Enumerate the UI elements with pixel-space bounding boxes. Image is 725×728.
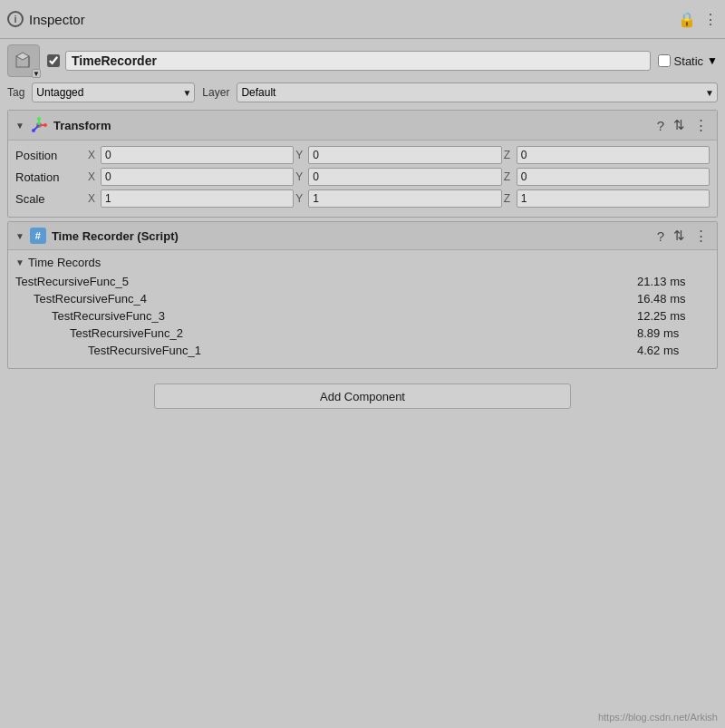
timerecorder-menu-btn[interactable]: ⋮: [692, 228, 710, 244]
go-name-input[interactable]: [65, 51, 651, 71]
time-record-name: TestRecursiveFunc_2: [70, 326, 183, 340]
scale-label: Scale: [15, 192, 88, 206]
time-record-name: TestRecursiveFunc_4: [34, 292, 147, 306]
scale-y-item: Y: [295, 189, 501, 208]
static-dropdown-btn[interactable]: ▼: [707, 54, 718, 67]
rotation-y-label: Y: [295, 170, 308, 183]
static-label: Static: [674, 54, 704, 68]
rotation-z-item: Z: [504, 168, 710, 186]
timerecorder-header: ▼ # Time Recorder (Script) ? ⇅ ⋮: [8, 222, 717, 250]
time-records-title: Time Records: [28, 256, 101, 269]
rotation-z-input[interactable]: [517, 168, 710, 186]
scale-y-input[interactable]: [308, 189, 501, 208]
position-axis-group: X Y Z: [88, 146, 710, 164]
time-record-row: TestRecursiveFunc_416.48 ms: [15, 290, 710, 307]
transform-menu-btn[interactable]: ⋮: [692, 117, 710, 133]
transform-header: ▼ Transform ? ⇅ ⋮: [8, 111, 717, 141]
time-record-row: TestRecursiveFunc_28.89 ms: [15, 325, 710, 342]
inspector-body: ▼ Static ▼ Tag Untagged ▼ Layer Default …: [0, 39, 725, 425]
timerecorder-collapse-arrow[interactable]: ▼: [15, 231, 24, 241]
position-y-label: Y: [295, 149, 308, 161]
cube-dropdown-arrow[interactable]: ▼: [32, 69, 41, 78]
rotation-axis-group: X Y Z: [88, 168, 710, 186]
timerecorder-help-btn[interactable]: ?: [655, 228, 666, 244]
time-record-row: TestRecursiveFunc_521.13 ms: [15, 273, 710, 290]
position-z-item: Z: [504, 146, 710, 164]
time-record-row: TestRecursiveFunc_312.25 ms: [15, 307, 710, 325]
scale-z-item: Z: [504, 189, 710, 208]
scale-x-input[interactable]: [101, 189, 294, 208]
scale-x-label: X: [88, 192, 101, 205]
position-row: Position X Y Z: [15, 146, 710, 164]
position-label: Position: [15, 149, 88, 162]
scale-x-item: X: [88, 189, 294, 208]
rotation-x-label: X: [88, 170, 101, 183]
layer-label: Layer: [202, 86, 229, 99]
transform-component: ▼ Transform ? ⇅ ⋮: [7, 110, 718, 218]
timerecorder-component: ▼ # Time Recorder (Script) ? ⇅ ⋮ ▼ Time …: [7, 221, 718, 369]
rotation-y-input[interactable]: [308, 168, 501, 186]
gameobject-cube-icon: ▼: [7, 44, 40, 77]
rotation-x-input[interactable]: [101, 168, 294, 186]
transform-actions: ? ⇅ ⋮: [655, 117, 710, 133]
position-y-input[interactable]: [308, 146, 501, 164]
transform-collapse-arrow[interactable]: ▼: [15, 121, 24, 131]
title-text: Inspector: [29, 12, 85, 27]
timerecorder-actions: ? ⇅ ⋮: [655, 228, 710, 244]
gameobject-header: ▼ Static ▼: [7, 44, 718, 77]
scale-row: Scale X Y Z: [15, 189, 710, 208]
script-icon: #: [30, 228, 46, 244]
timerecorder-settings-btn[interactable]: ⇅: [672, 228, 687, 244]
transform-help-btn[interactable]: ?: [655, 118, 666, 133]
position-z-input[interactable]: [517, 146, 710, 164]
time-records-collapse-arrow[interactable]: ▼: [15, 257, 24, 267]
inspector-icon: i: [7, 11, 24, 27]
static-checkbox[interactable]: [658, 54, 671, 67]
scale-z-input[interactable]: [517, 189, 710, 208]
scale-axis-group: X Y Z: [88, 189, 710, 208]
add-component-button[interactable]: Add Component: [154, 383, 571, 409]
rotation-label: Rotation: [15, 170, 88, 184]
transform-title: Transform: [53, 119, 650, 132]
svg-point-9: [32, 129, 35, 132]
title-left: i Inspector: [7, 11, 85, 27]
transform-settings-btn[interactable]: ⇅: [672, 117, 687, 133]
time-record-row: TestRecursiveFunc_14.62 ms: [15, 342, 710, 359]
tag-select-wrapper: Untagged ▼: [32, 83, 195, 102]
transform-icon: [30, 116, 48, 134]
rotation-row: Rotation X Y Z: [15, 168, 710, 186]
lock-icon[interactable]: 🔒: [678, 11, 696, 28]
rotation-x-item: X: [88, 168, 294, 186]
time-record-value: 16.48 ms: [637, 292, 710, 306]
position-x-input[interactable]: [101, 146, 294, 164]
menu-icon[interactable]: ⋮: [703, 11, 718, 28]
tag-label: Tag: [7, 86, 24, 99]
static-section: Static ▼: [658, 54, 718, 68]
rotation-y-item: Y: [295, 168, 501, 186]
time-record-value: 4.62 ms: [637, 344, 710, 357]
scale-z-label: Z: [504, 192, 517, 205]
go-name-row: [47, 51, 651, 71]
watermark: https://blog.csdn.net/Arkish: [598, 712, 718, 723]
timerecorder-title: Time Recorder (Script): [52, 229, 650, 243]
time-records-section: ▼ Time Records TestRecursiveFunc_521.13 …: [8, 250, 717, 368]
svg-point-7: [44, 123, 47, 127]
time-record-value: 21.13 ms: [637, 275, 710, 288]
time-records-list: TestRecursiveFunc_521.13 msTestRecursive…: [15, 273, 710, 359]
tag-select[interactable]: Untagged: [32, 83, 195, 102]
tag-layer-row: Tag Untagged ▼ Layer Default ▼: [7, 83, 718, 102]
time-record-value: 8.89 ms: [637, 326, 710, 340]
position-y-item: Y: [295, 146, 501, 164]
time-record-name: TestRecursiveFunc_3: [52, 309, 165, 323]
transform-fields: Position X Y Z: [8, 141, 717, 217]
time-records-header: ▼ Time Records: [15, 256, 710, 269]
go-active-checkbox[interactable]: [47, 54, 60, 67]
svg-point-8: [37, 117, 41, 121]
position-x-item: X: [88, 146, 294, 164]
time-record-name: TestRecursiveFunc_1: [88, 344, 201, 357]
add-component-section: Add Component: [7, 373, 718, 420]
layer-select[interactable]: Default: [237, 83, 718, 102]
title-bar: i Inspector 🔒 ⋮: [0, 0, 725, 39]
time-record-name: TestRecursiveFunc_5: [15, 275, 129, 288]
layer-select-wrapper: Default ▼: [237, 83, 718, 102]
